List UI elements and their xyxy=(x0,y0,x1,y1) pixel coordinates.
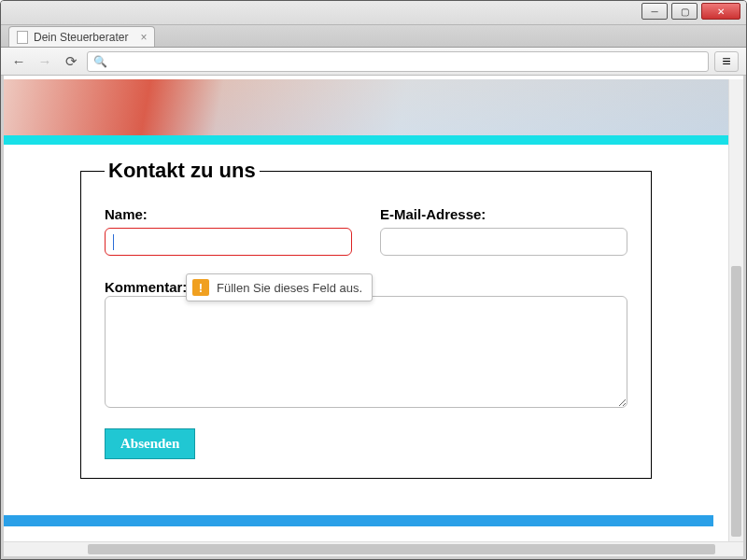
vertical-scroll-thumb[interactable] xyxy=(731,266,741,537)
window-close-button[interactable]: ✕ xyxy=(701,3,740,20)
browser-tab[interactable]: Dein Steuerberater × xyxy=(8,26,155,47)
form-legend: Kontakt zu uns xyxy=(105,159,260,183)
submit-button[interactable]: Absenden xyxy=(105,428,195,459)
browser-toolbar: ← → ⟳ 🔍 ≡ xyxy=(1,48,746,76)
horizontal-scroll-thumb[interactable] xyxy=(88,544,715,554)
back-button[interactable]: ← xyxy=(8,51,29,72)
os-window: ─ ▢ ✕ Dein Steuerberater × ← → ⟳ 🔍 ≡ Kon… xyxy=(0,0,747,560)
validation-message: Füllen Sie dieses Feld aus. xyxy=(217,281,362,295)
page-content: Kontakt zu uns Name: E-Mail-Adresse: xyxy=(4,79,728,541)
forward-button[interactable]: → xyxy=(35,51,55,72)
tab-title: Dein Steuerberater xyxy=(34,31,128,44)
warning-icon: ! xyxy=(192,279,209,296)
comment-label: Kommentar: xyxy=(105,279,187,295)
hero-accent-bar xyxy=(4,135,728,145)
email-input[interactable] xyxy=(380,228,627,256)
page-icon xyxy=(17,31,28,44)
window-title-bar: ─ ▢ ✕ xyxy=(1,1,746,25)
page-viewport: Kontakt zu uns Name: E-Mail-Adresse: xyxy=(4,79,743,556)
address-bar[interactable]: 🔍 xyxy=(87,51,709,72)
window-minimize-button[interactable]: ─ xyxy=(641,3,668,20)
search-icon: 🔍 xyxy=(93,55,107,68)
name-label: Name: xyxy=(105,206,352,222)
hero-image xyxy=(4,79,728,135)
footer-accent-bar xyxy=(4,515,713,526)
contact-fieldset: Kontakt zu uns Name: E-Mail-Adresse: xyxy=(80,159,652,479)
reload-button[interactable]: ⟳ xyxy=(61,51,81,72)
vertical-scrollbar[interactable] xyxy=(728,79,743,541)
tab-close-icon[interactable]: × xyxy=(140,31,147,44)
email-label: E-Mail-Adresse: xyxy=(380,206,627,222)
validation-tooltip: ! Füllen Sie dieses Feld aus. xyxy=(186,273,373,301)
browser-tab-strip: Dein Steuerberater × xyxy=(1,25,746,48)
window-maximize-button[interactable]: ▢ xyxy=(671,3,698,20)
comment-textarea[interactable] xyxy=(105,296,627,408)
browser-menu-button[interactable]: ≡ xyxy=(714,51,739,72)
text-caret xyxy=(113,234,114,250)
horizontal-scrollbar[interactable] xyxy=(4,541,743,556)
name-input[interactable] xyxy=(105,228,352,256)
